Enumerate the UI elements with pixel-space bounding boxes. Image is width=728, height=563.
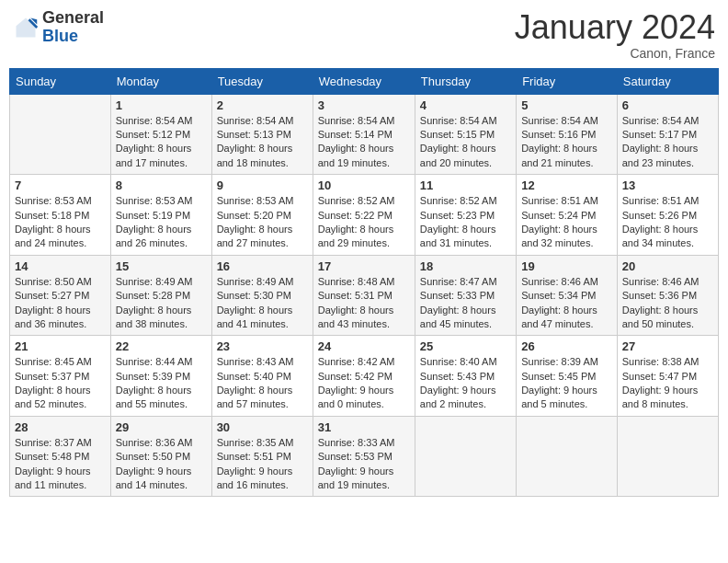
logo: General Blue xyxy=(13,9,104,46)
month-year-title: January 2024 xyxy=(515,9,715,46)
cell-content: Sunrise: 8:38 AM Sunset: 5:47 PM Dayligh… xyxy=(622,355,713,412)
cell-content: Sunrise: 8:54 AM Sunset: 5:16 PM Dayligh… xyxy=(521,114,612,171)
calendar-cell: 8Sunrise: 8:53 AM Sunset: 5:19 PM Daylig… xyxy=(110,175,211,256)
header-day-wednesday: Wednesday xyxy=(313,68,415,94)
calendar-header: SundayMondayTuesdayWednesdayThursdayFrid… xyxy=(10,68,719,94)
logo-icon xyxy=(13,15,39,40)
cell-content: Sunrise: 8:49 AM Sunset: 5:30 PM Dayligh… xyxy=(217,275,308,332)
calendar-cell: 12Sunrise: 8:51 AM Sunset: 5:24 PM Dayli… xyxy=(517,175,618,256)
day-number: 7 xyxy=(15,178,106,192)
calendar-cell xyxy=(415,416,516,497)
day-number: 4 xyxy=(420,98,511,112)
logo-text: General Blue xyxy=(42,9,104,46)
cell-content: Sunrise: 8:48 AM Sunset: 5:31 PM Dayligh… xyxy=(318,275,410,332)
day-number: 3 xyxy=(318,98,410,112)
cell-content: Sunrise: 8:44 AM Sunset: 5:39 PM Dayligh… xyxy=(116,355,207,412)
location-subtitle: Canon, France xyxy=(515,46,715,61)
week-row-4: 21Sunrise: 8:45 AM Sunset: 5:37 PM Dayli… xyxy=(10,336,719,417)
calendar-body: 1Sunrise: 8:54 AM Sunset: 5:12 PM Daylig… xyxy=(10,94,719,497)
calendar-cell: 11Sunrise: 8:52 AM Sunset: 5:23 PM Dayli… xyxy=(415,175,516,256)
header-day-sunday: Sunday xyxy=(10,68,111,94)
week-row-2: 7Sunrise: 8:53 AM Sunset: 5:18 PM Daylig… xyxy=(10,175,719,256)
calendar-cell: 1Sunrise: 8:54 AM Sunset: 5:12 PM Daylig… xyxy=(110,94,211,175)
day-number: 29 xyxy=(116,420,207,434)
calendar-cell: 21Sunrise: 8:45 AM Sunset: 5:37 PM Dayli… xyxy=(10,336,111,417)
cell-content: Sunrise: 8:35 AM Sunset: 5:51 PM Dayligh… xyxy=(217,436,308,493)
day-number: 20 xyxy=(622,259,713,273)
cell-content: Sunrise: 8:46 AM Sunset: 5:34 PM Dayligh… xyxy=(521,275,612,332)
day-number: 21 xyxy=(15,339,106,353)
day-number: 5 xyxy=(521,98,612,112)
day-number: 13 xyxy=(622,178,713,192)
calendar-cell: 26Sunrise: 8:39 AM Sunset: 5:45 PM Dayli… xyxy=(517,336,618,417)
calendar-cell xyxy=(617,416,718,497)
day-number: 12 xyxy=(521,178,612,192)
day-number: 22 xyxy=(116,339,207,353)
calendar-cell: 9Sunrise: 8:53 AM Sunset: 5:20 PM Daylig… xyxy=(211,175,313,256)
calendar-cell: 24Sunrise: 8:42 AM Sunset: 5:42 PM Dayli… xyxy=(313,336,415,417)
week-row-1: 1Sunrise: 8:54 AM Sunset: 5:12 PM Daylig… xyxy=(10,94,719,175)
cell-content: Sunrise: 8:52 AM Sunset: 5:22 PM Dayligh… xyxy=(318,194,410,251)
cell-content: Sunrise: 8:53 AM Sunset: 5:18 PM Dayligh… xyxy=(15,194,106,251)
cell-content: Sunrise: 8:54 AM Sunset: 5:14 PM Dayligh… xyxy=(318,114,410,171)
cell-content: Sunrise: 8:51 AM Sunset: 5:24 PM Dayligh… xyxy=(521,194,612,251)
day-number: 24 xyxy=(318,339,410,353)
header-day-saturday: Saturday xyxy=(617,68,718,94)
cell-content: Sunrise: 8:54 AM Sunset: 5:12 PM Dayligh… xyxy=(116,114,207,171)
cell-content: Sunrise: 8:54 AM Sunset: 5:13 PM Dayligh… xyxy=(217,114,308,171)
cell-content: Sunrise: 8:53 AM Sunset: 5:19 PM Dayligh… xyxy=(116,194,207,251)
calendar-cell: 16Sunrise: 8:49 AM Sunset: 5:30 PM Dayli… xyxy=(211,255,313,336)
day-number: 26 xyxy=(521,339,612,353)
cell-content: Sunrise: 8:45 AM Sunset: 5:37 PM Dayligh… xyxy=(15,355,106,412)
day-number: 31 xyxy=(318,420,410,434)
day-number: 10 xyxy=(318,178,410,192)
day-number: 11 xyxy=(420,178,511,192)
cell-content: Sunrise: 8:33 AM Sunset: 5:53 PM Dayligh… xyxy=(318,436,410,493)
calendar-cell: 10Sunrise: 8:52 AM Sunset: 5:22 PM Dayli… xyxy=(313,175,415,256)
page-header: General Blue January 2024 Canon, France xyxy=(9,9,719,61)
week-row-3: 14Sunrise: 8:50 AM Sunset: 5:27 PM Dayli… xyxy=(10,255,719,336)
day-number: 14 xyxy=(15,259,106,273)
day-number: 18 xyxy=(420,259,511,273)
cell-content: Sunrise: 8:37 AM Sunset: 5:48 PM Dayligh… xyxy=(15,436,106,493)
calendar-table: SundayMondayTuesdayWednesdayThursdayFrid… xyxy=(9,68,719,498)
day-number: 23 xyxy=(217,339,308,353)
header-day-thursday: Thursday xyxy=(415,68,516,94)
day-number: 16 xyxy=(217,259,308,273)
calendar-cell: 23Sunrise: 8:43 AM Sunset: 5:40 PM Dayli… xyxy=(211,336,313,417)
calendar-cell: 31Sunrise: 8:33 AM Sunset: 5:53 PM Dayli… xyxy=(313,416,415,497)
day-number: 19 xyxy=(521,259,612,273)
day-number: 15 xyxy=(116,259,207,273)
calendar-cell: 13Sunrise: 8:51 AM Sunset: 5:26 PM Dayli… xyxy=(617,175,718,256)
calendar-cell: 15Sunrise: 8:49 AM Sunset: 5:28 PM Dayli… xyxy=(110,255,211,336)
cell-content: Sunrise: 8:50 AM Sunset: 5:27 PM Dayligh… xyxy=(15,275,106,332)
calendar-cell xyxy=(10,94,111,175)
day-number: 28 xyxy=(15,420,106,434)
calendar-cell: 27Sunrise: 8:38 AM Sunset: 5:47 PM Dayli… xyxy=(617,336,718,417)
cell-content: Sunrise: 8:46 AM Sunset: 5:36 PM Dayligh… xyxy=(622,275,713,332)
calendar-cell: 19Sunrise: 8:46 AM Sunset: 5:34 PM Dayli… xyxy=(517,255,618,336)
header-row: SundayMondayTuesdayWednesdayThursdayFrid… xyxy=(10,68,719,94)
calendar-cell: 30Sunrise: 8:35 AM Sunset: 5:51 PM Dayli… xyxy=(211,416,313,497)
calendar-cell: 29Sunrise: 8:36 AM Sunset: 5:50 PM Dayli… xyxy=(110,416,211,497)
cell-content: Sunrise: 8:52 AM Sunset: 5:23 PM Dayligh… xyxy=(420,194,511,251)
header-day-monday: Monday xyxy=(110,68,211,94)
day-number: 25 xyxy=(420,339,511,353)
cell-content: Sunrise: 8:53 AM Sunset: 5:20 PM Dayligh… xyxy=(217,194,308,251)
day-number: 9 xyxy=(217,178,308,192)
calendar-cell: 28Sunrise: 8:37 AM Sunset: 5:48 PM Dayli… xyxy=(10,416,111,497)
cell-content: Sunrise: 8:54 AM Sunset: 5:17 PM Dayligh… xyxy=(622,114,713,171)
calendar-cell: 7Sunrise: 8:53 AM Sunset: 5:18 PM Daylig… xyxy=(10,175,111,256)
calendar-cell xyxy=(517,416,618,497)
cell-content: Sunrise: 8:40 AM Sunset: 5:43 PM Dayligh… xyxy=(420,355,511,412)
header-day-friday: Friday xyxy=(517,68,618,94)
header-day-tuesday: Tuesday xyxy=(211,68,313,94)
day-number: 17 xyxy=(318,259,410,273)
calendar-cell: 3Sunrise: 8:54 AM Sunset: 5:14 PM Daylig… xyxy=(313,94,415,175)
calendar-cell: 18Sunrise: 8:47 AM Sunset: 5:33 PM Dayli… xyxy=(415,255,516,336)
title-block: January 2024 Canon, France xyxy=(515,9,715,61)
calendar-cell: 14Sunrise: 8:50 AM Sunset: 5:27 PM Dayli… xyxy=(10,255,111,336)
calendar-cell: 6Sunrise: 8:54 AM Sunset: 5:17 PM Daylig… xyxy=(617,94,718,175)
calendar-cell: 4Sunrise: 8:54 AM Sunset: 5:15 PM Daylig… xyxy=(415,94,516,175)
logo-general-text: General xyxy=(42,9,104,28)
